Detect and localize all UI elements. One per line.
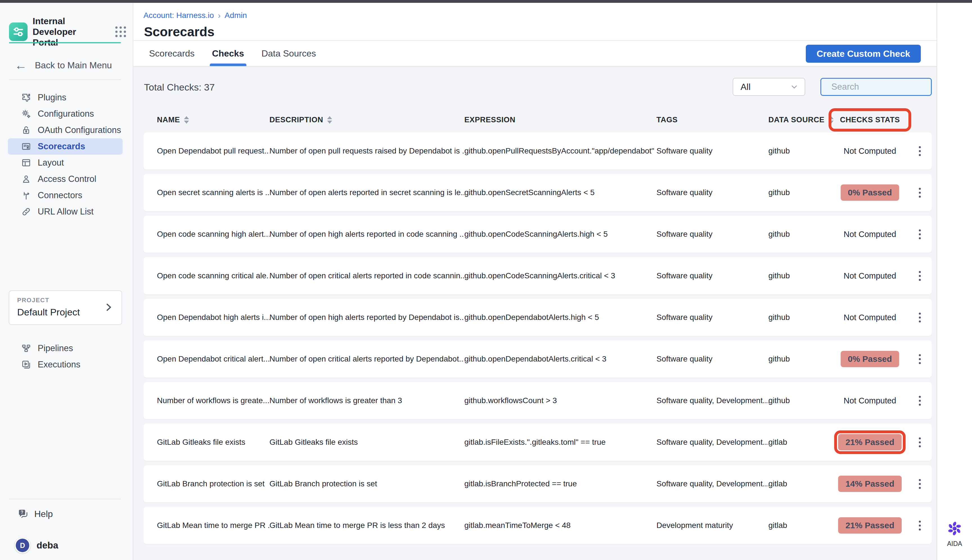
breadcrumb-admin-link[interactable]: Admin <box>225 11 247 20</box>
check-expression: github.openSecretScanningAlerts < 5 <box>464 188 656 197</box>
sidebar-item-label: Scorecards <box>38 142 85 152</box>
kebab-menu-icon[interactable] <box>916 268 924 284</box>
check-name: GitLab Mean time to merge PR ... <box>157 521 269 530</box>
idp-logo-icon <box>9 22 28 41</box>
sidebar-item-layout[interactable]: Layout <box>8 155 123 171</box>
aida-assistant-button[interactable]: AIDA <box>937 520 972 548</box>
executions-icon <box>21 359 32 370</box>
check-expression: github.openDependabotAlerts.high < 5 <box>464 313 656 322</box>
table-row[interactable]: Open Dependabot pull request... Number o… <box>144 132 932 170</box>
sidebar-item-url-allow-list[interactable]: URL Allow List <box>8 203 123 220</box>
check-description: Number of open high alerts reported by D… <box>269 313 464 322</box>
check-description: GitLab Mean time to merge PR is less tha… <box>269 521 464 530</box>
check-description: Number of open alerts reported in secret… <box>269 188 464 197</box>
sidebar-item-access-control[interactable]: Access Control <box>8 171 123 187</box>
table-row[interactable]: GitLab Branch protection is set GitLab B… <box>144 465 932 502</box>
kebab-menu-icon[interactable] <box>916 518 924 533</box>
check-tags: Software quality <box>656 313 768 322</box>
help-icon: ? <box>17 508 29 520</box>
page-title: Scorecards <box>144 24 215 39</box>
tab-scorecards[interactable]: Scorecards <box>149 41 195 66</box>
kebab-menu-icon[interactable] <box>916 476 924 492</box>
sidebar-item-label: Pipelines <box>38 343 73 353</box>
column-header-description[interactable]: DESCRIPTION <box>269 115 464 124</box>
kebab-menu-icon[interactable] <box>916 310 924 325</box>
user-name: deba <box>37 540 58 551</box>
check-data-source: github <box>768 355 832 363</box>
check-data-source: gitlab <box>768 438 832 447</box>
user-menu[interactable]: D deba <box>15 538 58 553</box>
check-name: GitLab Gitleaks file exists <box>157 438 269 447</box>
project-nav: Pipelines Executions <box>0 340 133 373</box>
window-top-bar <box>0 0 972 3</box>
table-row[interactable]: GitLab Gitleaks file exists GitLab Gitle… <box>144 424 932 461</box>
sort-icon[interactable] <box>184 116 189 124</box>
check-expression: github.openCodeScanningAlerts.high < 5 <box>464 230 656 239</box>
check-tags: Development maturity <box>656 521 768 530</box>
tab-data-sources[interactable]: Data Sources <box>262 41 316 66</box>
check-expression: gitlab.meanTimeToMerge < 48 <box>464 521 656 530</box>
check-data-source: github <box>768 313 832 322</box>
search-input[interactable] <box>832 82 944 92</box>
tab-checks[interactable]: Checks <box>212 41 244 66</box>
check-stats: Not Computed <box>844 313 896 322</box>
table-row[interactable]: Number of workflows is greate... Number … <box>144 382 932 419</box>
table-row[interactable]: Open code scanning high alert... Number … <box>144 216 932 253</box>
back-label: Back to Main Menu <box>35 60 112 70</box>
check-stats-badge: 21% Passed <box>838 517 902 533</box>
table-row[interactable]: Open Dependabot high alerts i... Number … <box>144 299 932 336</box>
app-switcher-grid-icon[interactable] <box>115 27 126 37</box>
kebab-menu-icon[interactable] <box>916 352 924 367</box>
check-tags: Software quality, Development... <box>656 479 768 488</box>
column-header-checks-stats: CHECKS STATS <box>832 115 908 124</box>
sidebar-item-scorecards[interactable]: Scorecards <box>8 138 123 155</box>
sidebar-item-plugins[interactable]: Plugins <box>8 89 123 106</box>
kebab-menu-icon[interactable] <box>916 143 924 159</box>
sidebar-item-label: OAuth Configurations <box>38 125 121 135</box>
check-stats: Not Computed <box>844 271 896 280</box>
column-header-data-source[interactable]: DATA SOURCE <box>768 115 832 124</box>
breadcrumb-account-link[interactable]: Account: Harness.io <box>144 11 214 20</box>
check-description: Number of open high alerts reported in c… <box>269 230 464 239</box>
sidebar-item-label: Access Control <box>38 174 96 184</box>
table-row[interactable]: Open code scanning critical ale... Numbe… <box>144 257 932 294</box>
sidebar-item-pipelines[interactable]: Pipelines <box>8 340 123 357</box>
sidebar-item-connectors[interactable]: Connectors <box>8 187 123 203</box>
check-tags: Software quality <box>656 271 768 280</box>
project-selector[interactable]: PROJECT Default Project <box>9 290 122 325</box>
table-row[interactable]: Open secret scanning alerts is ... Numbe… <box>144 174 932 211</box>
person-icon <box>21 174 32 184</box>
sort-icon[interactable] <box>327 116 332 124</box>
check-name: Open Dependabot pull request... <box>157 147 269 155</box>
check-stats: Not Computed <box>844 396 896 405</box>
column-header-expression: EXPRESSION <box>464 115 656 124</box>
total-checks-label: Total Checks: 37 <box>144 82 215 93</box>
sidebar-item-executions[interactable]: Executions <box>8 357 123 373</box>
check-tags: Software quality <box>656 188 768 197</box>
sidebar-item-configurations[interactable]: Configurations <box>8 106 123 122</box>
kebab-menu-icon[interactable] <box>916 227 924 242</box>
gears-icon <box>21 108 32 119</box>
aida-flower-icon <box>946 520 963 537</box>
sidebar-item-oauth-configurations[interactable]: OAuth Configurations <box>8 122 123 138</box>
check-data-source: github <box>768 147 832 155</box>
check-expression: gitlab.isFileExists.".gitleaks.toml" == … <box>464 438 656 447</box>
table-row[interactable]: GitLab Mean time to merge PR ... GitLab … <box>144 507 932 544</box>
kebab-menu-icon[interactable] <box>916 435 924 450</box>
check-name: Open code scanning high alert... <box>157 230 269 239</box>
layout-icon <box>21 157 32 168</box>
table-row[interactable]: Open Dependabot critical alert... Number… <box>144 340 932 378</box>
kebab-menu-icon[interactable] <box>916 185 924 200</box>
column-header-name[interactable]: NAME <box>157 115 269 124</box>
checks-filter-dropdown[interactable]: All <box>733 78 805 96</box>
create-custom-check-button[interactable]: Create Custom Check <box>806 45 921 63</box>
pipelines-icon <box>21 343 32 354</box>
kebab-menu-icon[interactable] <box>916 393 924 408</box>
help-button[interactable]: ? Help <box>17 508 53 520</box>
search-box[interactable] <box>820 78 932 96</box>
check-expression: gitlab.isBranchProtected == true <box>464 479 656 488</box>
scorecard-icon <box>21 141 32 152</box>
back-to-main-menu[interactable]: ← Back to Main Menu <box>15 59 112 72</box>
check-tags: Software quality <box>656 147 768 155</box>
check-name: Number of workflows is greate... <box>157 396 269 405</box>
